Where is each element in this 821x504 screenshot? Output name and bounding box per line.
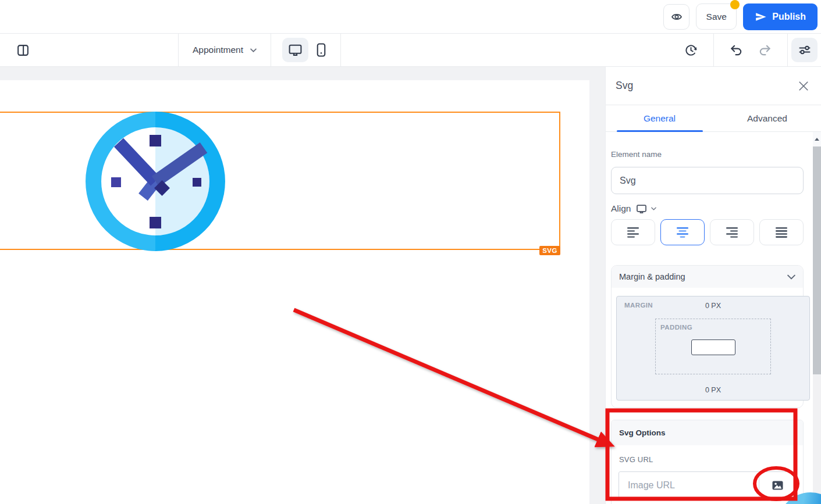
margin-padding-section: Margin & padding MARGIN 0 PX PADDING (611, 265, 804, 408)
align-left-icon (626, 227, 640, 238)
mobile-icon (317, 43, 326, 57)
undo-icon (730, 44, 743, 56)
align-justify-button[interactable] (759, 219, 804, 245)
clock-illustration (86, 112, 225, 251)
align-right-button[interactable] (710, 219, 754, 245)
svg-options-section: Svg Options SVG URL (611, 420, 804, 504)
desktop-view-button[interactable] (282, 38, 308, 62)
panel-header: Svg (606, 67, 821, 105)
mobile-view-button[interactable] (313, 40, 329, 60)
element-name-input[interactable] (611, 167, 804, 194)
svg-url-label: SVG URL (619, 455, 803, 464)
tab-advanced[interactable]: Advanced (713, 105, 821, 131)
close-panel-button[interactable] (797, 80, 810, 92)
selected-svg-element[interactable]: SVG (0, 112, 560, 250)
chevron-down-icon (250, 48, 257, 52)
align-buttons (611, 219, 804, 245)
sliders-icon (798, 43, 812, 57)
panel-body: Element name Align (606, 133, 813, 504)
close-icon (798, 81, 809, 91)
media-library-button[interactable] (759, 472, 795, 499)
align-center-icon (676, 227, 690, 238)
history-section (669, 34, 714, 66)
element-name-label: Element name (611, 150, 804, 159)
preview-button[interactable] (663, 4, 690, 30)
device-toggle-section (271, 34, 341, 66)
selection-tag: SVG (539, 246, 560, 255)
eye-icon (670, 11, 683, 23)
svg-url-input-group (619, 471, 796, 499)
align-right-icon (725, 227, 739, 238)
undo-button[interactable] (726, 40, 747, 60)
align-justify-icon (774, 227, 788, 238)
version-history-button[interactable] (681, 40, 701, 60)
svg-options-title: Svg Options (619, 428, 666, 437)
editor-toolbar: Appointment (0, 34, 821, 67)
align-label: Align (611, 203, 631, 214)
padding-label: PADDING (660, 324, 692, 331)
toolbar-spacer (341, 34, 669, 66)
topbar: Save Publish (0, 0, 821, 34)
monitor-small-icon (636, 204, 647, 214)
publish-button[interactable]: Publish (743, 3, 818, 30)
page-selector-section: Appointment (179, 34, 271, 66)
history-clock-icon (684, 44, 698, 57)
unsaved-changes-dot (730, 0, 740, 9)
chevron-down-icon (651, 207, 656, 210)
page-selector-label: Appointment (193, 45, 243, 55)
align-center-button[interactable] (660, 219, 705, 245)
scroll-up-button[interactable] (813, 132, 821, 146)
align-device-selector[interactable] (636, 204, 656, 214)
publish-label: Publish (772, 12, 806, 22)
content-box[interactable] (691, 339, 735, 355)
panel-title: Svg (616, 80, 633, 92)
align-row: Align (611, 203, 804, 214)
margin-padding-header[interactable]: Margin & padding (612, 266, 803, 288)
toolbar-left-section (0, 34, 179, 66)
margin-bottom-value[interactable]: 0 PX (617, 386, 809, 394)
columns-icon (16, 44, 30, 57)
svg-options-header: Svg Options (612, 420, 803, 445)
save-button-wrap: Save (696, 3, 737, 30)
desktop-icon (288, 44, 303, 56)
triangle-up-icon (815, 138, 819, 141)
main-area: SVG Svg General Advanced Element name Al… (0, 67, 821, 504)
align-left-button[interactable] (611, 219, 655, 245)
page-selector[interactable]: Appointment (193, 45, 257, 55)
element-settings-button[interactable] (791, 38, 818, 62)
margin-top-value[interactable]: 0 PX (617, 302, 809, 310)
settings-section (788, 34, 821, 66)
chevron-down-icon (787, 274, 795, 280)
undo-redo-section (714, 34, 788, 66)
redo-icon (758, 44, 772, 56)
settings-panel: Svg General Advanced Element name Align (605, 67, 821, 504)
redo-button[interactable] (755, 40, 775, 60)
tab-general[interactable]: General (606, 105, 713, 131)
margin-box[interactable]: MARGIN 0 PX PADDING 0 PX (616, 296, 810, 401)
box-model-editor: MARGIN 0 PX PADDING 0 PX (612, 288, 803, 408)
sidebar-toggle-button[interactable] (13, 40, 33, 60)
panel-scrollbar[interactable] (813, 132, 821, 504)
canvas[interactable]: SVG (0, 80, 589, 504)
scrollbar-thumb[interactable] (813, 146, 821, 374)
send-icon (755, 11, 767, 23)
svg-url-input[interactable] (619, 472, 759, 499)
image-icon (771, 479, 784, 492)
panel-tabs: General Advanced (606, 105, 821, 132)
margin-padding-title: Margin & padding (619, 272, 685, 281)
